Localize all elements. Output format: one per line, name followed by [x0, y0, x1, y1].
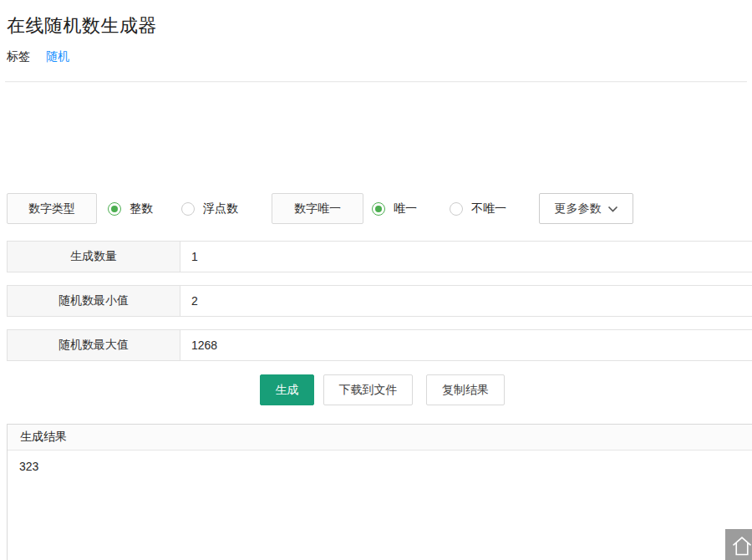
- field-count-label: 生成数量: [8, 242, 180, 272]
- radio-integer-label: 整数: [130, 201, 153, 216]
- radio-option-integer[interactable]: 整数: [108, 193, 153, 224]
- chevron-down-icon: [607, 206, 618, 213]
- generate-button[interactable]: 生成: [260, 374, 314, 405]
- back-to-top-button[interactable]: [725, 529, 752, 560]
- more-params-button[interactable]: 更多参数: [539, 193, 633, 224]
- radio-unique-label: 唯一: [394, 201, 417, 216]
- tags-label: 标签: [7, 49, 30, 64]
- result-header: 生成结果: [8, 425, 752, 451]
- divider: [5, 81, 747, 82]
- radio-not-unique-icon[interactable]: [450, 202, 463, 216]
- number-type-label: 数字类型: [28, 201, 75, 216]
- field-row-min: 随机数最小值: [7, 285, 752, 317]
- result-panel: 生成结果 323: [7, 424, 752, 560]
- uniqueness-label-box: 数字唯一: [272, 193, 363, 224]
- page-title: 在线随机数生成器: [7, 13, 157, 38]
- radio-unique-icon[interactable]: [372, 202, 385, 216]
- result-header-label: 生成结果: [20, 430, 67, 445]
- field-row-max: 随机数最大值: [7, 329, 752, 361]
- number-type-label-box: 数字类型: [7, 193, 97, 224]
- result-value: 323: [8, 451, 752, 482]
- radio-float-label: 浮点数: [203, 201, 238, 216]
- radio-option-unique[interactable]: 唯一: [372, 193, 417, 224]
- radio-integer-icon[interactable]: [108, 202, 121, 216]
- field-row-count: 生成数量: [7, 241, 752, 272]
- field-count-input[interactable]: [180, 242, 752, 272]
- radio-not-unique-label: 不唯一: [471, 201, 506, 216]
- home-icon: [730, 534, 752, 557]
- copy-result-button[interactable]: 复制结果: [426, 374, 505, 405]
- field-max-input[interactable]: [180, 330, 752, 360]
- radio-float-icon[interactable]: [181, 202, 195, 216]
- more-params-label: 更多参数: [555, 201, 602, 216]
- radio-option-not-unique[interactable]: 不唯一: [450, 193, 506, 224]
- tags-row: 标签 随机: [7, 49, 69, 64]
- field-min-input[interactable]: [180, 286, 752, 316]
- random-number-generator-page: 在线随机数生成器 标签 随机 数字类型 整数 浮点数 数字唯一 唯一 不唯一 更…: [0, 0, 752, 560]
- tag-link-random[interactable]: 随机: [46, 49, 69, 64]
- field-min-label: 随机数最小值: [8, 286, 180, 316]
- radio-option-float[interactable]: 浮点数: [181, 193, 238, 224]
- download-to-file-button[interactable]: 下载到文件: [323, 374, 413, 405]
- uniqueness-label: 数字唯一: [294, 201, 341, 216]
- field-max-label: 随机数最大值: [8, 330, 180, 360]
